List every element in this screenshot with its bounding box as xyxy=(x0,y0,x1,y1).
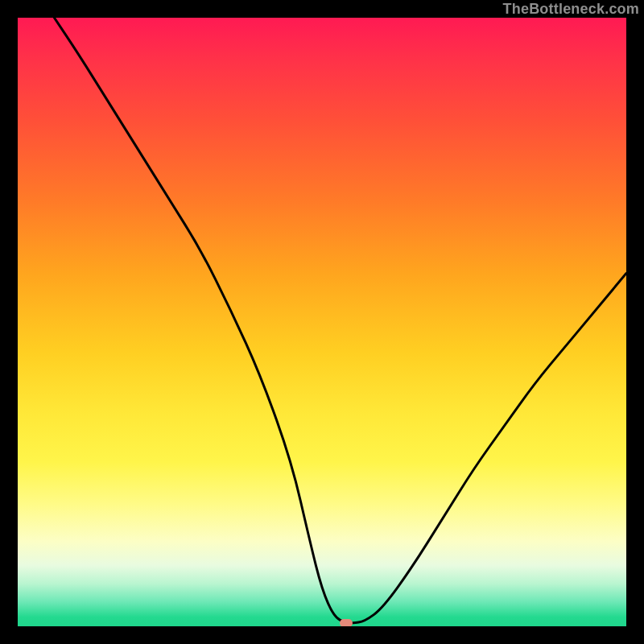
bottleneck-curve xyxy=(18,18,626,626)
curve-path xyxy=(54,18,626,623)
plot-area xyxy=(18,18,626,626)
watermark-text: TheBottleneck.com xyxy=(503,0,639,18)
chart-frame: TheBottleneck.com xyxy=(0,0,644,644)
minimum-marker xyxy=(340,619,353,626)
